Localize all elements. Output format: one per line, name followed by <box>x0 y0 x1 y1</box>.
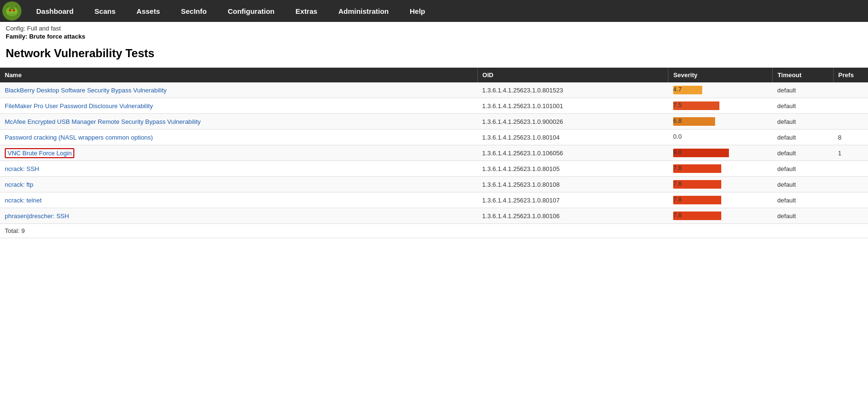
nav-extras[interactable]: Extras <box>285 0 328 22</box>
cell-timeout: default <box>773 98 834 114</box>
severity-bar-bg <box>721 212 735 220</box>
family-line: Family: Brute force attacks <box>6 33 862 40</box>
nav-scans[interactable]: Scans <box>84 0 126 22</box>
cell-timeout: default <box>773 130 834 145</box>
cell-prefs <box>833 177 868 192</box>
nvt-link[interactable]: ncrack: SSH <box>5 165 39 172</box>
nvt-link[interactable]: McAfee Encrypted USB Manager Remote Secu… <box>5 118 201 125</box>
table-total-row: Total: 9 <box>0 224 868 238</box>
nvt-link[interactable]: phrasen|drescher: SSH <box>5 212 69 220</box>
nav-configuration[interactable]: Configuration <box>217 0 285 22</box>
nvt-table: Name OID Severity Timeout Prefs BlackBer… <box>0 68 868 238</box>
severity-bar-fill: 7.8 <box>673 164 721 173</box>
cell-name: BlackBerry Desktop Software Security Byp… <box>0 82 477 98</box>
nav-administration[interactable]: Administration <box>328 0 399 22</box>
cell-oid: 1.3.6.1.4.1.25623.1.0.101001 <box>477 98 668 114</box>
severity-bar-bg <box>721 164 735 173</box>
severity-bar-bg <box>715 117 735 126</box>
cell-timeout: default <box>773 177 834 192</box>
cell-oid: 1.3.6.1.4.1.25623.1.0.80106 <box>477 208 668 224</box>
severity-bar-container: 7.8 <box>673 212 735 220</box>
cell-name: McAfee Encrypted USB Manager Remote Secu… <box>0 114 477 130</box>
severity-bar-container: 4.7 <box>673 86 735 94</box>
family-value: Brute force attacks <box>29 33 85 40</box>
severity-bar-bg <box>729 149 735 157</box>
severity-bar-fill: 9.0 <box>673 149 729 157</box>
table-row: McAfee Encrypted USB Manager Remote Secu… <box>0 114 868 130</box>
cell-timeout: default <box>773 82 834 98</box>
table-row: Password cracking (NASL wrappers common … <box>0 130 868 145</box>
config-line: Config: Full and fast <box>6 25 862 32</box>
cell-timeout: default <box>773 208 834 224</box>
severity-bar-fill: 7.8 <box>673 180 721 189</box>
nvt-link[interactable]: FileMaker Pro User Password Disclosure V… <box>5 102 153 110</box>
cell-prefs <box>833 114 868 130</box>
severity-bar-bg <box>721 180 735 189</box>
table-row: FileMaker Pro User Password Disclosure V… <box>0 98 868 114</box>
col-timeout: Timeout <box>773 68 834 82</box>
cell-name: VNC Brute Force Login <box>0 145 477 161</box>
nvt-link[interactable]: ncrack: telnet <box>5 197 41 204</box>
nav-help[interactable]: Help <box>399 0 436 22</box>
cell-name: ncrack: SSH <box>0 161 477 177</box>
cell-prefs <box>833 82 868 98</box>
cell-timeout: default <box>773 145 834 161</box>
app-logo[interactable] <box>2 1 22 21</box>
cell-severity: 4.7 <box>668 82 773 98</box>
cell-prefs <box>833 161 868 177</box>
cell-severity: 9.0 <box>668 145 773 161</box>
table-body: BlackBerry Desktop Software Security Byp… <box>0 82 868 238</box>
cell-name: ncrack: ftp <box>0 177 477 192</box>
nvt-link[interactable]: BlackBerry Desktop Software Security Byp… <box>5 87 167 94</box>
cell-oid: 1.3.6.1.4.1.25623.1.0.900026 <box>477 114 668 130</box>
cell-name: ncrack: telnet <box>0 192 477 208</box>
table-row: ncrack: telnet1.3.6.1.4.1.25623.1.0.8010… <box>0 192 868 208</box>
severity-bar-fill: 6.8 <box>673 117 715 126</box>
severity-bar-fill: 7.8 <box>673 212 721 220</box>
nvt-link[interactable]: VNC Brute Force Login <box>5 148 74 158</box>
col-name: Name <box>0 68 477 82</box>
config-value: Full and fast <box>27 25 61 32</box>
severity-bar-bg <box>719 101 735 110</box>
svg-point-6 <box>13 10 14 11</box>
cell-oid: 1.3.6.1.4.1.25623.1.0.801523 <box>477 82 668 98</box>
cell-name: Password cracking (NASL wrappers common … <box>0 130 477 145</box>
table-row: ncrack: ftp1.3.6.1.4.1.25623.1.0.801087.… <box>0 177 868 192</box>
main-navbar: Dashboard Scans Assets SecInfo Configura… <box>0 0 868 22</box>
severity-bar-container: 7.8 <box>673 164 735 173</box>
severity-bar-bg <box>721 196 735 204</box>
severity-bar-fill: 4.7 <box>673 86 702 94</box>
cell-prefs: 8 <box>833 130 868 145</box>
nav-secinfo[interactable]: SecInfo <box>171 0 217 22</box>
cell-timeout: default <box>773 192 834 208</box>
severity-bar-fill: 7.8 <box>673 196 721 204</box>
nav-dashboard[interactable]: Dashboard <box>26 0 84 22</box>
severity-bar-fill: 7.5 <box>673 101 720 110</box>
nav-assets[interactable]: Assets <box>126 0 171 22</box>
cell-prefs <box>833 208 868 224</box>
cell-prefs <box>833 98 868 114</box>
cell-oid: 1.3.6.1.4.1.25623.1.0.80108 <box>477 177 668 192</box>
table-header: Name OID Severity Timeout Prefs <box>0 68 868 82</box>
cell-prefs: 1 <box>833 145 868 161</box>
nvt-link[interactable]: Password cracking (NASL wrappers common … <box>5 134 153 141</box>
total-cell: Total: 9 <box>0 224 868 238</box>
severity-bar-container: 6.8 <box>673 117 735 126</box>
cell-prefs <box>833 192 868 208</box>
severity-bar-container: 7.8 <box>673 196 735 204</box>
nvt-link[interactable]: ncrack: ftp <box>5 181 33 188</box>
severity-bar-container: 7.5 <box>673 101 735 110</box>
table-row: VNC Brute Force Login1.3.6.1.4.1.25623.1… <box>0 145 868 161</box>
col-oid: OID <box>477 68 668 82</box>
cell-timeout: default <box>773 161 834 177</box>
context-bar: Config: Full and fast Family: Brute forc… <box>0 22 868 40</box>
table-row: BlackBerry Desktop Software Security Byp… <box>0 82 868 98</box>
severity-bar-bg <box>702 86 735 94</box>
cell-timeout: default <box>773 114 834 130</box>
svg-point-5 <box>10 10 10 11</box>
cell-name: phrasen|drescher: SSH <box>0 208 477 224</box>
severity-bar-container: 9.0 <box>673 149 735 157</box>
severity-bar-container: 7.8 <box>673 180 735 189</box>
severity-bar-bg <box>673 133 735 141</box>
cell-name: FileMaker Pro User Password Disclosure V… <box>0 98 477 114</box>
